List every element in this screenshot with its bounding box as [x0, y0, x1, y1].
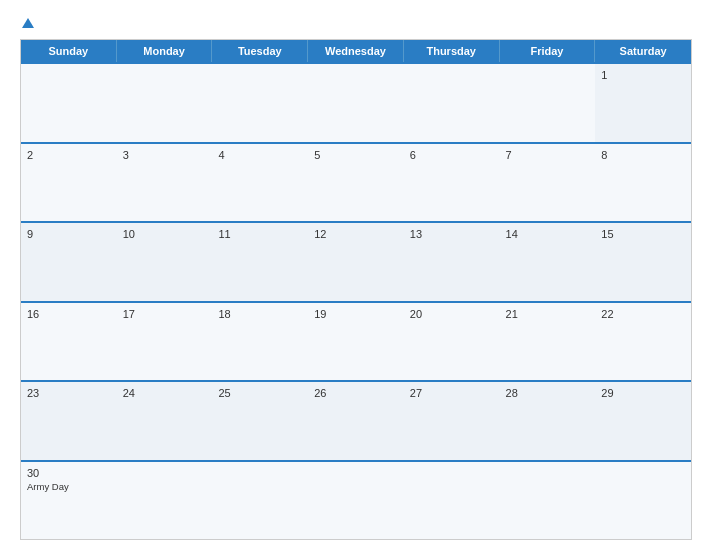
- cal-cell: 7: [500, 144, 596, 222]
- cal-cell: [308, 462, 404, 540]
- day-number: 7: [506, 149, 590, 161]
- cal-cell: 5: [308, 144, 404, 222]
- calendar-grid: SundayMondayTuesdayWednesdayThursdayFrid…: [20, 39, 692, 540]
- day-header-friday: Friday: [500, 40, 596, 62]
- day-number: 28: [506, 387, 590, 399]
- cal-cell: 17: [117, 303, 213, 381]
- day-number: 1: [601, 69, 685, 81]
- cal-cell: [404, 462, 500, 540]
- day-number: 26: [314, 387, 398, 399]
- cal-cell: 6: [404, 144, 500, 222]
- day-number: 29: [601, 387, 685, 399]
- week-row-2: 2345678: [21, 142, 691, 222]
- cal-cell: [21, 64, 117, 142]
- cal-cell: 1: [595, 64, 691, 142]
- day-number: 10: [123, 228, 207, 240]
- week-row-4: 16171819202122: [21, 301, 691, 381]
- day-number: 13: [410, 228, 494, 240]
- day-number: 14: [506, 228, 590, 240]
- cal-cell: 26: [308, 382, 404, 460]
- cal-cell: 28: [500, 382, 596, 460]
- cal-cell: 22: [595, 303, 691, 381]
- day-number: 15: [601, 228, 685, 240]
- day-number: 22: [601, 308, 685, 320]
- day-header-monday: Monday: [117, 40, 213, 62]
- cal-cell: [500, 462, 596, 540]
- cal-cell: 8: [595, 144, 691, 222]
- cal-cell: [117, 64, 213, 142]
- cal-cell: 24: [117, 382, 213, 460]
- calendar-header: SundayMondayTuesdayWednesdayThursdayFrid…: [21, 40, 691, 62]
- week-row-3: 9101112131415: [21, 221, 691, 301]
- cal-cell: [212, 462, 308, 540]
- day-number: 20: [410, 308, 494, 320]
- day-number: 17: [123, 308, 207, 320]
- logo-blue-text: [20, 18, 34, 29]
- cal-cell: [212, 64, 308, 142]
- day-header-saturday: Saturday: [595, 40, 691, 62]
- week-row-5: 23242526272829: [21, 380, 691, 460]
- cal-cell: [595, 462, 691, 540]
- cal-cell: 16: [21, 303, 117, 381]
- cal-cell: [117, 462, 213, 540]
- day-number: 12: [314, 228, 398, 240]
- week-row-1: 1: [21, 62, 691, 142]
- day-number: 9: [27, 228, 111, 240]
- day-header-thursday: Thursday: [404, 40, 500, 62]
- calendar-body: 1234567891011121314151617181920212223242…: [21, 62, 691, 539]
- cal-cell: [404, 64, 500, 142]
- day-number: 11: [218, 228, 302, 240]
- day-number: 18: [218, 308, 302, 320]
- cal-cell: 12: [308, 223, 404, 301]
- cal-cell: 13: [404, 223, 500, 301]
- cal-cell: 20: [404, 303, 500, 381]
- cal-cell: 29: [595, 382, 691, 460]
- cal-cell: [308, 64, 404, 142]
- day-number: 4: [218, 149, 302, 161]
- day-number: 16: [27, 308, 111, 320]
- page-header: [20, 18, 692, 29]
- day-number: 25: [218, 387, 302, 399]
- week-row-6: 30Army Day: [21, 460, 691, 540]
- cal-cell: 11: [212, 223, 308, 301]
- day-number: 2: [27, 149, 111, 161]
- day-number: 21: [506, 308, 590, 320]
- day-number: 8: [601, 149, 685, 161]
- cal-cell: [500, 64, 596, 142]
- day-number: 19: [314, 308, 398, 320]
- day-number: 24: [123, 387, 207, 399]
- cal-cell: 9: [21, 223, 117, 301]
- day-header-tuesday: Tuesday: [212, 40, 308, 62]
- cal-cell: 10: [117, 223, 213, 301]
- cal-cell: 15: [595, 223, 691, 301]
- day-number: 27: [410, 387, 494, 399]
- cal-cell: 14: [500, 223, 596, 301]
- day-event: Army Day: [27, 481, 111, 492]
- day-number: 5: [314, 149, 398, 161]
- cal-cell: 3: [117, 144, 213, 222]
- cal-cell: 25: [212, 382, 308, 460]
- logo-triangle-icon: [22, 18, 34, 28]
- calendar-page: SundayMondayTuesdayWednesdayThursdayFrid…: [0, 0, 712, 550]
- cal-cell: 21: [500, 303, 596, 381]
- day-number: 30: [27, 467, 111, 479]
- cal-cell: 19: [308, 303, 404, 381]
- day-number: 3: [123, 149, 207, 161]
- day-number: 23: [27, 387, 111, 399]
- cal-cell: 30Army Day: [21, 462, 117, 540]
- logo: [20, 18, 34, 29]
- cal-cell: 23: [21, 382, 117, 460]
- cal-cell: 18: [212, 303, 308, 381]
- day-header-wednesday: Wednesday: [308, 40, 404, 62]
- day-number: 6: [410, 149, 494, 161]
- cal-cell: 2: [21, 144, 117, 222]
- cal-cell: 27: [404, 382, 500, 460]
- cal-cell: 4: [212, 144, 308, 222]
- day-header-sunday: Sunday: [21, 40, 117, 62]
